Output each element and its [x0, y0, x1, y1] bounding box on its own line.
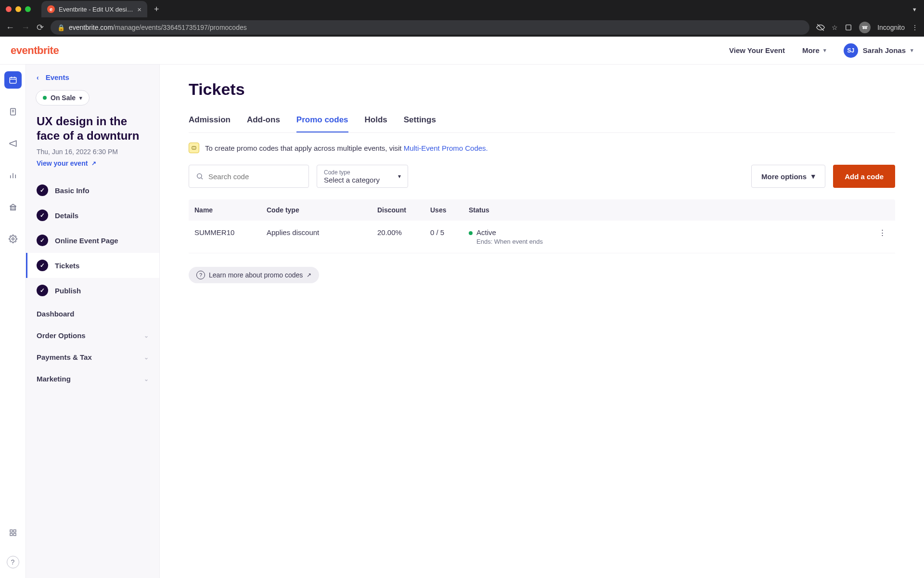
lock-icon: 🔒: [57, 24, 65, 31]
close-window-icon[interactable]: [6, 6, 12, 12]
event-title: UX design in the face of a downturn: [26, 114, 159, 143]
rail-events-icon[interactable]: [4, 71, 22, 89]
svg-rect-5: [10, 78, 16, 83]
user-menu[interactable]: SJ Sarah Jonas ▾: [844, 43, 913, 58]
row-menu-button[interactable]: ⋮: [875, 228, 889, 237]
content: Tickets Admission Add-ons Promo codes Ho…: [160, 65, 924, 578]
back-icon[interactable]: ←: [6, 23, 14, 33]
more-label: More: [802, 46, 820, 54]
col-discount: Discount: [377, 206, 430, 214]
tab-addons[interactable]: Add-ons: [247, 112, 280, 132]
tab-admission[interactable]: Admission: [189, 112, 231, 132]
avatar: SJ: [844, 43, 858, 58]
status-subtext: Ends: When event ends: [476, 238, 543, 245]
rail-finance-icon[interactable]: [4, 198, 22, 216]
kebab-menu-icon[interactable]: ⋮: [911, 24, 918, 31]
reload-icon[interactable]: ⟳: [37, 22, 44, 33]
svg-rect-21: [10, 533, 13, 536]
browser-tab[interactable]: e Eventbrite - Edit UX design in ... ×: [41, 1, 147, 17]
col-name: Name: [194, 206, 267, 214]
check-icon: ✓: [37, 285, 48, 296]
add-code-button[interactable]: Add a code: [833, 165, 895, 188]
sidebar-item-label: Dashboard: [37, 310, 74, 318]
check-icon: ✓: [37, 235, 48, 246]
tab-promo-codes[interactable]: Promo codes: [296, 112, 348, 132]
window-controls: [6, 6, 31, 12]
back-label: Events: [46, 73, 69, 81]
chevron-down-icon: ▾: [823, 47, 826, 53]
tab-holds[interactable]: Holds: [365, 112, 387, 132]
code-type-value: Select a category: [324, 176, 380, 184]
sidebar-item-payments-tax[interactable]: Payments & Tax ⌄: [26, 346, 159, 368]
new-tab-button[interactable]: +: [154, 4, 159, 14]
help-icon: ?: [196, 271, 205, 279]
icon-rail: ?: [0, 65, 26, 578]
url-host: eventbrite.com: [69, 24, 113, 31]
learn-more-link[interactable]: ? Learn more about promo codes ↗: [189, 267, 319, 283]
back-to-events[interactable]: ‹ Events: [26, 73, 159, 90]
svg-rect-15: [10, 207, 15, 210]
rail-marketing-icon[interactable]: [4, 135, 22, 152]
status-dot-icon: [43, 96, 47, 100]
eventbrite-logo[interactable]: eventbrite: [11, 44, 59, 57]
chevron-down-icon: ⌄: [144, 332, 149, 339]
tip-text: To create promo codes that apply across …: [205, 144, 488, 152]
rail-help-icon[interactable]: ?: [7, 556, 19, 568]
tab-settings[interactable]: Settings: [404, 112, 436, 132]
view-your-event-link[interactable]: View Your Event: [729, 46, 785, 54]
svg-rect-20: [13, 530, 16, 532]
address-bar[interactable]: 🔒 eventbrite.com/manage/events/336451735…: [51, 20, 809, 35]
sidebar-item-label: Order Options: [37, 331, 86, 340]
code-type-select[interactable]: Code type Select a category ▾: [317, 165, 408, 188]
sidebar-item-marketing[interactable]: Marketing ⌄: [26, 368, 159, 390]
star-icon[interactable]: ☆: [832, 24, 838, 31]
sidebar-item-publish[interactable]: ✓ Publish: [26, 278, 159, 303]
close-tab-icon[interactable]: ×: [137, 5, 141, 13]
maximize-window-icon[interactable]: [25, 6, 31, 12]
view-your-event-link[interactable]: View your event ↗: [26, 159, 159, 178]
svg-point-18: [12, 238, 14, 240]
rail-settings-icon[interactable]: [4, 230, 22, 248]
sidebar-item-tickets[interactable]: ✓ Tickets: [26, 253, 159, 278]
check-icon: ✓: [37, 184, 48, 196]
more-menu[interactable]: More ▾: [802, 46, 826, 54]
sidebar-item-basic-info[interactable]: ✓ Basic Info: [26, 178, 159, 203]
status-value: Active: [476, 228, 543, 236]
tabs-dropdown-icon[interactable]: ▾: [913, 6, 916, 13]
sidebar-item-order-options[interactable]: Order Options ⌄: [26, 325, 159, 346]
sidebar-item-dashboard[interactable]: Dashboard: [26, 303, 159, 325]
eye-off-icon[interactable]: [816, 23, 825, 32]
svg-point-3: [865, 27, 867, 29]
tabstrip: e Eventbrite - Edit UX design in ... × +…: [0, 0, 924, 18]
browser-chrome: e Eventbrite - Edit UX design in ... × +…: [0, 0, 924, 37]
rail-apps-icon[interactable]: [4, 524, 22, 541]
sidebar-item-online-event-page[interactable]: ✓ Online Event Page: [26, 228, 159, 253]
cell-status: Active Ends: When event ends: [469, 228, 875, 245]
sidebar-nav: ✓ Basic Info ✓ Details ✓ Online Event Pa…: [26, 178, 159, 390]
external-link-icon: ↗: [91, 160, 96, 167]
rail-reports-icon[interactable]: [4, 167, 22, 184]
chevron-left-icon: ‹: [37, 74, 39, 81]
event-status-pill[interactable]: On Sale ▾: [36, 90, 90, 105]
learn-more-label: Learn more about promo codes: [209, 271, 303, 279]
sidebar-item-label: Publish: [55, 287, 81, 295]
table-row[interactable]: SUMMER10 Applies discount 20.00% 0 / 5 A…: [189, 221, 895, 253]
sidebar-item-label: Basic Info: [55, 186, 90, 195]
table-header: Name Code type Discount Uses Status: [189, 199, 895, 221]
extensions-icon[interactable]: [845, 24, 852, 31]
multi-event-link[interactable]: Multi-Event Promo Codes.: [404, 144, 488, 152]
sidebar-item-label: Details: [55, 211, 78, 220]
search-code-field[interactable]: [189, 165, 309, 188]
search-input[interactable]: [208, 172, 302, 181]
minimize-window-icon[interactable]: [15, 6, 21, 12]
external-link-icon: ↗: [307, 272, 311, 278]
chevron-down-icon: ▾: [398, 173, 401, 180]
more-options-button[interactable]: More options ▾: [751, 165, 825, 188]
chevron-down-icon: ▾: [811, 172, 815, 181]
more-options-label: More options: [761, 172, 807, 181]
incognito-icon[interactable]: [859, 22, 871, 33]
rail-orders-icon[interactable]: [4, 103, 22, 120]
svg-point-2: [863, 27, 865, 29]
chevron-down-icon: ⌄: [144, 376, 149, 382]
sidebar-item-details[interactable]: ✓ Details: [26, 203, 159, 228]
